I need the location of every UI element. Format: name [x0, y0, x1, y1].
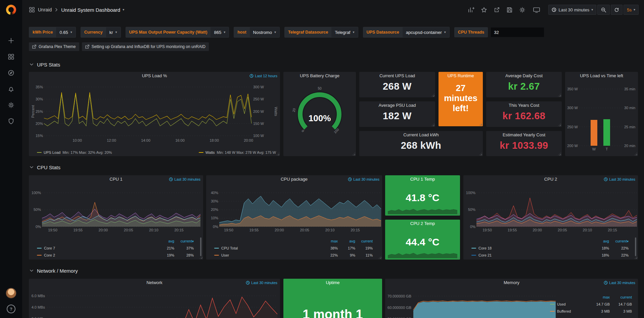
bar-chart-grid — [579, 89, 623, 146]
sidebar-server-admin-button[interactable] — [4, 116, 18, 126]
panel-title[interactable]: CPU 1 Temp — [385, 175, 460, 183]
x-axis-tick: T — [603, 147, 610, 151]
legend-value: 3 MB — [588, 309, 610, 313]
panel-title[interactable]: Average PSU Load — [359, 101, 435, 109]
temp-sparkline — [388, 206, 457, 214]
panel-resize-handle[interactable] — [558, 94, 561, 97]
variable-value-dropdown[interactable]: 0.65▾ — [56, 27, 75, 37]
panel-resize-handle[interactable] — [352, 152, 355, 155]
panel-title[interactable]: Estimated Yearly Cost — [486, 131, 562, 139]
add-panel-button[interactable] — [468, 6, 474, 13]
panel-resize-handle[interactable] — [479, 152, 482, 155]
sidebar-explore-button[interactable] — [4, 68, 18, 78]
panel-title[interactable]: UPS Runtime — [439, 72, 483, 80]
variable-value-dropdown[interactable]: apcupsd-container▾ — [403, 27, 449, 37]
panel-title[interactable]: Uptime — [283, 279, 382, 287]
sidebar-alerting-button[interactable] — [4, 84, 18, 94]
variable-value-dropdown[interactable]: kr▾ — [106, 27, 121, 37]
variable-value: 0.65 — [59, 30, 68, 35]
panel-resize-handle[interactable] — [431, 123, 434, 126]
legend-series-name: Watts — [205, 150, 215, 154]
legend-series-core7[interactable]: Core 7 — [37, 246, 155, 250]
legend-col-current[interactable]: current▾ — [609, 239, 629, 243]
row-title: CPU Stats — [37, 165, 60, 170]
legend-series-watts[interactable]: Watts Min: 148 W Max: 278 W Avg: 175 W — [199, 150, 276, 154]
user-avatar[interactable] — [6, 288, 16, 299]
legend-series-cpu-total[interactable]: CPU Total — [214, 246, 320, 250]
legend-col-current[interactable]: current▾ — [174, 239, 194, 243]
y-axis-tick: 200 W — [253, 109, 270, 113]
sidebar-configuration-button[interactable] — [4, 100, 18, 110]
dashboard-link-grafana-plex-theme[interactable]: Grafana Plex Theme — [29, 42, 79, 51]
refresh-interval-button[interactable]: 5s ▾ — [624, 5, 639, 15]
legend-scrollbar[interactable] — [200, 237, 201, 256]
legend-series-used[interactable]: Used — [550, 302, 588, 306]
legend-row: Core 21 18% 22% — [463, 252, 638, 259]
panel-resize-handle[interactable] — [558, 152, 561, 155]
sidebar-create-button[interactable] — [4, 36, 18, 46]
star-dashboard-button[interactable] — [481, 7, 487, 13]
x-axis-tick: 19:55 — [506, 228, 519, 232]
legend-series-user[interactable]: User — [214, 253, 320, 257]
legend-series-ups-load[interactable]: UPS Load Min: 17% Max: 32% Avg: 20% — [37, 150, 112, 154]
legend-header-row: avg current▾ — [29, 237, 203, 244]
panel-title[interactable]: This Years Cost — [486, 101, 562, 109]
row-header-network-memory[interactable]: Network / Memory — [30, 267, 78, 275]
legend-value: 9% — [338, 253, 355, 257]
panel-title[interactable]: Network — [29, 279, 280, 287]
panel-title[interactable]: Current Load kWh — [359, 131, 483, 139]
legend-value: 14.7 GB — [588, 302, 610, 306]
legend-col-avg[interactable]: avg — [338, 239, 355, 243]
legend-scrollbar[interactable] — [635, 237, 636, 256]
stat-value: 41.8 °C — [385, 192, 460, 203]
share-dashboard-button[interactable] — [494, 7, 500, 13]
gauge-tick: 50 — [318, 87, 322, 90]
legend-col-avg[interactable]: avg — [590, 239, 609, 243]
panel-cpu1-temp: CPU 1 Temp 41.8 °C — [385, 175, 460, 216]
dashboard-settings-button[interactable] — [519, 7, 525, 13]
cpu-threads-input[interactable] — [491, 27, 544, 37]
row-header-cpu-stats[interactable]: CPU Stats — [30, 163, 60, 171]
tv-cycle-view-button[interactable] — [533, 6, 540, 13]
variable-value-dropdown[interactable]: 865▾ — [211, 27, 229, 37]
panel-title[interactable]: Memory — [385, 279, 638, 287]
legend-series-buffered[interactable]: Buffered — [550, 309, 588, 313]
legend-col-current[interactable]: current — [355, 239, 373, 243]
sidebar-dashboards-button[interactable] — [4, 52, 18, 62]
legend-value: 18% — [590, 253, 609, 257]
zoom-out-time-button[interactable] — [597, 5, 610, 15]
save-dashboard-button[interactable] — [506, 7, 513, 13]
dashboard-link-ups-monitoring-guide[interactable]: Setting up Grafana and InfluxDB for UPS … — [82, 42, 209, 51]
legend-series-core18[interactable]: Core 18 — [471, 246, 590, 250]
time-picker-button[interactable]: Last 30 minutes ▾ — [548, 5, 596, 15]
panel-title[interactable]: UPS Load % — [29, 72, 280, 80]
panel-title[interactable]: UPS Battery Charge — [283, 72, 356, 80]
panel-resize-handle[interactable] — [634, 152, 637, 155]
legend-series-core21[interactable]: Core 21 — [471, 253, 590, 257]
legend-col-current[interactable]: current — [610, 295, 632, 299]
panel-resize-handle[interactable] — [479, 123, 482, 126]
legend-col-max[interactable]: max — [588, 295, 610, 299]
panel-resize-handle[interactable] — [276, 152, 279, 155]
legend-col-max[interactable]: max — [320, 239, 338, 243]
legend-series-core2[interactable]: Core 2 — [37, 253, 155, 257]
legend-col-avg[interactable]: avg — [155, 239, 174, 243]
dashboard-title-dropdown[interactable]: Unraid System Dashboard ▾ — [61, 7, 124, 13]
help-icon[interactable]: ? — [7, 305, 15, 313]
panel-title[interactable]: Current UPS Load — [359, 72, 435, 80]
panel-resize-handle[interactable] — [431, 94, 434, 97]
variable-value-dropdown[interactable]: Nostromo▾ — [250, 27, 279, 37]
refresh-button[interactable] — [611, 5, 623, 15]
grafana-logo[interactable] — [5, 3, 17, 16]
panel-title[interactable]: CPU 2 Temp — [385, 220, 460, 228]
cpu-package-chart — [219, 193, 381, 227]
breadcrumb-folder[interactable]: Unraid — [38, 7, 52, 12]
time-info-label: Last 12 hours — [255, 74, 277, 78]
clock-icon — [169, 177, 173, 181]
panel-title[interactable]: UPS Load vs Time left — [565, 72, 638, 80]
x-axis-tick: 12:00 — [105, 138, 118, 142]
variable-value-dropdown[interactable]: Telegraf▾ — [331, 27, 358, 37]
row-header-ups-stats[interactable]: UPS Stats — [30, 60, 60, 69]
panel-resize-handle[interactable] — [558, 123, 561, 126]
panel-title[interactable]: Average Daily Cost — [486, 72, 562, 80]
